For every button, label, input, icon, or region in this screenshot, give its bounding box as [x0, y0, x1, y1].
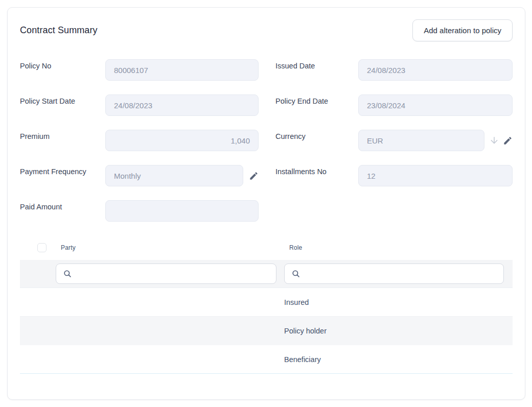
- parties-table-header: Party Role: [20, 235, 513, 260]
- issued-date-field[interactable]: [358, 59, 513, 81]
- party-search-box: [56, 264, 276, 284]
- card-header: Contract Summary Add alteration to polic…: [20, 19, 513, 41]
- parties-table: Party Role Insured Policy holder Benefic…: [20, 235, 513, 374]
- issued-date-label: Issued Date: [275, 59, 358, 70]
- policy-no-label: Policy No: [20, 59, 105, 70]
- search-icon: [63, 269, 72, 278]
- table-row[interactable]: Insured: [20, 288, 513, 317]
- installments-no-label: Installments No: [275, 165, 358, 176]
- edit-currency-pencil-icon[interactable]: [503, 136, 513, 146]
- search-icon: [291, 269, 300, 278]
- premium-label: Premium: [20, 130, 105, 140]
- table-row[interactable]: Beneficiary: [20, 345, 513, 374]
- contract-form: Policy No Issued Date Policy Start Date …: [20, 59, 513, 222]
- policy-end-date-label: Policy End Date: [275, 94, 358, 105]
- party-search-input[interactable]: [72, 264, 276, 283]
- policy-no-field[interactable]: [105, 59, 259, 81]
- currency-label: Currency: [275, 130, 358, 140]
- parties-table-filter-row: [20, 260, 513, 288]
- form-row: Payment Frequency Installments No: [20, 165, 513, 186]
- policy-end-date-field[interactable]: [358, 94, 513, 116]
- paid-amount-label: Paid Amount: [20, 200, 105, 211]
- role-column-header: Role: [289, 244, 302, 251]
- role-cell: Policy holder: [284, 327, 327, 335]
- role-search-box: [284, 264, 504, 284]
- form-row: Policy No Issued Date: [20, 59, 513, 81]
- form-row: Policy Start Date Policy End Date: [20, 94, 513, 116]
- policy-start-date-field[interactable]: [105, 94, 259, 116]
- paid-amount-field[interactable]: [105, 200, 259, 222]
- role-cell: Beneficiary: [284, 355, 321, 364]
- party-column-header: Party: [61, 244, 76, 251]
- payment-frequency-field[interactable]: [105, 165, 243, 186]
- select-all-checkbox[interactable]: [37, 243, 47, 252]
- page-title: Contract Summary: [20, 25, 98, 36]
- arrow-down-icon[interactable]: [489, 135, 499, 146]
- form-row: Premium Currency: [20, 130, 513, 151]
- currency-field[interactable]: [358, 130, 484, 151]
- policy-start-date-label: Policy Start Date: [20, 94, 105, 105]
- form-row: Paid Amount: [20, 200, 513, 222]
- role-cell: Insured: [284, 298, 309, 306]
- premium-field[interactable]: [105, 130, 259, 151]
- payment-frequency-label: Payment Frequency: [20, 165, 105, 176]
- installments-no-field[interactable]: [358, 165, 513, 186]
- add-alteration-button[interactable]: Add alteration to policy: [412, 19, 513, 41]
- role-search-input[interactable]: [300, 264, 503, 283]
- table-row[interactable]: Policy holder: [20, 317, 513, 345]
- contract-summary-card: Contract Summary Add alteration to polic…: [7, 7, 525, 400]
- edit-payment-frequency-pencil-icon[interactable]: [249, 171, 259, 181]
